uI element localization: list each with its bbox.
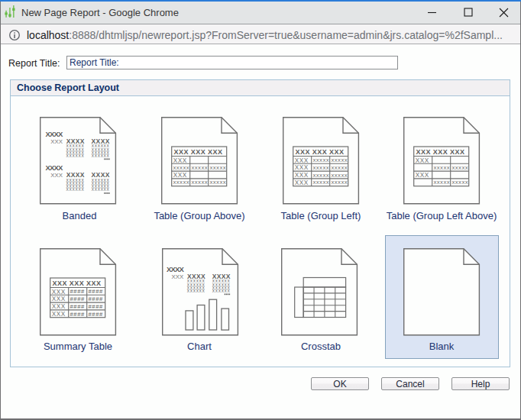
svg-text:XXXXX: XXXXX bbox=[331, 157, 348, 162]
svg-text:XXXX: XXXX bbox=[92, 171, 110, 179]
svg-text:XXXXX: XXXXX bbox=[192, 180, 209, 185]
svg-text:XXX: XXX bbox=[50, 172, 63, 179]
svg-text:XXXX: XXXX bbox=[167, 265, 185, 273]
svg-text:XXX: XXX bbox=[415, 156, 429, 163]
svg-text:XXX: XXX bbox=[294, 156, 308, 163]
svg-text:XXXXX: XXXXX bbox=[173, 180, 190, 185]
svg-text:XXX: XXX bbox=[294, 179, 308, 186]
svg-text:####: #### bbox=[89, 288, 104, 295]
svg-text:####: #### bbox=[70, 296, 86, 302]
svg-text:XXX: XXX bbox=[415, 171, 429, 179]
svg-text:XXX: XXX bbox=[50, 137, 63, 144]
svg-text:XXX: XXX bbox=[52, 295, 66, 302]
svg-text:XXXXX: XXXXX bbox=[312, 165, 329, 170]
svg-text:XXX: XXX bbox=[52, 302, 66, 310]
svg-text:XXX XXX XXX: XXX XXX XXX bbox=[295, 147, 344, 155]
svg-text:XXX: XXX bbox=[173, 171, 187, 179]
svg-text:XXXXX: XXXXX bbox=[451, 165, 468, 170]
svg-text:XXXXX: XXXXX bbox=[312, 173, 329, 177]
svg-text:####: #### bbox=[70, 288, 86, 295]
svg-text:XXXXX: XXXXX bbox=[331, 173, 348, 177]
svg-text:XXXXX: XXXXX bbox=[331, 165, 348, 170]
svg-text:XXXX: XXXX bbox=[46, 163, 64, 172]
svg-text:XXXXXX: XXXXXX bbox=[212, 289, 231, 292]
svg-text:XXXX: XXXX bbox=[46, 129, 64, 137]
svg-text:XXX: XXX bbox=[173, 156, 187, 163]
svg-text:XXXXX: XXXXX bbox=[433, 180, 450, 185]
svg-text:####: #### bbox=[89, 310, 104, 317]
svg-text:XXXXXX: XXXXXX bbox=[66, 153, 85, 157]
svg-text:XXX XXX XXX: XXX XXX XXX bbox=[174, 147, 223, 155]
svg-text:XXXX: XXXX bbox=[187, 272, 205, 279]
svg-text:####: #### bbox=[70, 310, 86, 317]
svg-text:XXX XXX XXX: XXX XXX XXX bbox=[416, 147, 464, 155]
svg-text:XXXX: XXXX bbox=[212, 272, 231, 279]
svg-text:####: #### bbox=[89, 302, 104, 309]
svg-text:####: #### bbox=[70, 302, 86, 309]
svg-text:XXXXXX: XXXXXX bbox=[92, 153, 110, 157]
svg-text:XXX: XXX bbox=[294, 171, 308, 179]
svg-text:XXXX: XXXX bbox=[66, 137, 85, 144]
svg-text:XXXXX: XXXXX bbox=[451, 180, 468, 185]
svg-text:XXXXX: XXXXX bbox=[312, 180, 329, 185]
svg-text:XXXX: XXXX bbox=[92, 137, 110, 144]
svg-text:XXXXX: XXXXX bbox=[210, 165, 227, 170]
svg-text:XXXXX: XXXXX bbox=[312, 157, 329, 162]
svg-text:XXX XXX XXX: XXX XXX XXX bbox=[53, 279, 102, 286]
svg-text:XXXX: XXXX bbox=[66, 171, 85, 179]
svg-text:XXXXX: XXXXX bbox=[331, 180, 348, 185]
svg-text:XXX: XXX bbox=[294, 163, 308, 171]
svg-text:####: #### bbox=[89, 296, 104, 302]
svg-text:XXXXX: XXXXX bbox=[433, 165, 450, 170]
svg-text:XXX: XXX bbox=[52, 287, 66, 295]
svg-text:XXXXX: XXXXX bbox=[173, 165, 190, 170]
svg-text:XXXXX: XXXXX bbox=[192, 165, 209, 170]
svg-text:XXXXXX: XXXXXX bbox=[92, 188, 110, 192]
svg-text:XXXXX: XXXXX bbox=[210, 180, 227, 185]
svg-text:XXX: XXX bbox=[52, 310, 66, 318]
svg-text:XXX: XXX bbox=[171, 273, 184, 279]
svg-text:XXXXXX: XXXXXX bbox=[187, 289, 205, 292]
svg-text:XXXXXX: XXXXXX bbox=[66, 188, 85, 192]
